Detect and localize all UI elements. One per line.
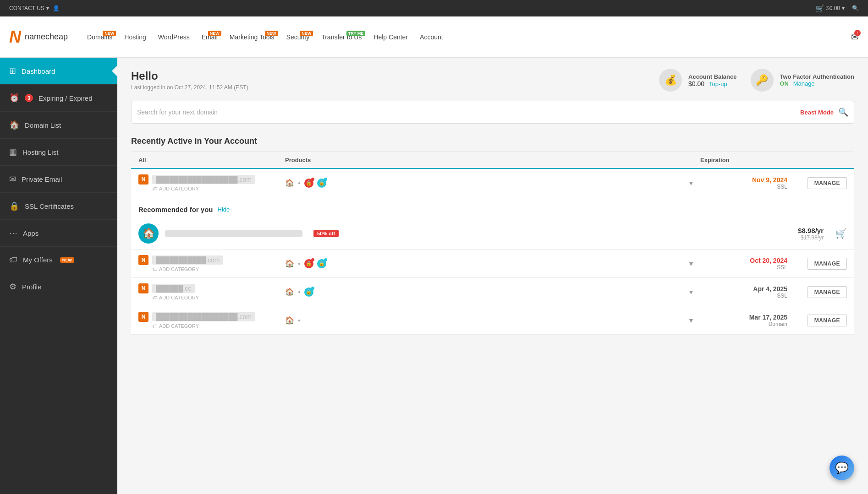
chevron-1[interactable]: ▼ xyxy=(688,179,694,187)
domain-search-input[interactable] xyxy=(137,109,800,116)
sidebar-label-ssl: SSL Certificates xyxy=(25,202,74,210)
nav-wordpress[interactable]: WordPress xyxy=(153,30,195,44)
nav-account-label: Account xyxy=(420,33,443,41)
expiration-date-2: Oct 20, 2024 xyxy=(700,257,787,264)
sidebar-item-expiring[interactable]: ⏰ 3 Expiring / Expired xyxy=(0,85,117,112)
add-category-1[interactable]: 🏷 ADD CATEGORY xyxy=(152,186,285,191)
add-category-2[interactable]: 🏷 ADD CATEGORY xyxy=(152,266,285,272)
cart-dropdown-icon: ▾ xyxy=(842,5,845,11)
cart-add-button[interactable]: 🛒 xyxy=(835,228,847,239)
logo-area[interactable]: N namecheap xyxy=(9,29,68,45)
two-fa-icon: 🔑 xyxy=(751,69,774,92)
nav-security[interactable]: NEW Security xyxy=(281,30,315,44)
namecheap-logo-1: N xyxy=(138,174,148,185)
expiration-col-2: Oct 20, 2024 SSL xyxy=(700,257,792,271)
products-col-2: 🏠 ● 🔒 🔒 xyxy=(285,259,682,268)
hello-section: Hello Last logged in on Oct 27, 2024, 11… xyxy=(131,70,248,91)
hide-link[interactable]: Hide xyxy=(218,206,230,213)
nav-help-center[interactable]: Help Center xyxy=(368,30,413,44)
account-balance-widget: 💰 Account Balance $0.00 Top-up xyxy=(659,69,736,92)
sidebar-item-dashboard[interactable]: ⊞ Dashboard xyxy=(0,58,117,85)
sidebar-item-hosting-list[interactable]: ▦ Hosting List xyxy=(0,139,117,166)
my-offers-icon: 🏷 xyxy=(9,255,17,265)
nav-account[interactable]: Account xyxy=(414,30,449,44)
contact-us-button[interactable]: CONTACT US ▾ xyxy=(9,5,49,11)
action-col-4: MANAGE xyxy=(792,315,847,326)
mail-badge: ! xyxy=(854,30,861,36)
logo-icon: N xyxy=(9,29,21,45)
sidebar-item-ssl-certificates[interactable]: 🔒 SSL Certificates xyxy=(0,193,117,220)
cart-area[interactable]: 🛒 $0.00 ▾ xyxy=(815,4,845,13)
rec-price-area: $8.98/yr $17.98/yr xyxy=(798,227,824,241)
private-email-icon: ✉ xyxy=(9,174,16,184)
namecheap-logo-3: N xyxy=(138,283,148,293)
sidebar-item-domain-list[interactable]: 🏠 Domain List xyxy=(0,112,117,139)
chat-button[interactable]: 💬 xyxy=(830,456,854,480)
manage-button-2[interactable]: MANAGE xyxy=(808,258,847,270)
chevron-col-1: ▼ xyxy=(682,179,700,187)
main-nav: NEW Domains Hosting WordPress NEW Email … xyxy=(82,30,851,44)
recommended-header: Recommended for you Hide xyxy=(131,197,854,218)
sidebar-item-my-offers[interactable]: 🏷 My Offers NEW xyxy=(0,247,117,273)
manage-button-1[interactable]: MANAGE xyxy=(808,177,847,189)
sidebar-label-private-email: Private Email xyxy=(22,175,62,183)
my-offers-new-badge: NEW xyxy=(60,257,74,263)
account-widgets: 💰 Account Balance $0.00 Top-up 🔑 Two Fac… xyxy=(659,69,854,92)
expiration-col-3: Apr 4, 2025 SSL xyxy=(700,285,792,299)
nav-marketing-tools[interactable]: NEW Marketing Tools xyxy=(224,30,280,44)
sidebar-item-apps[interactable]: ⋯ Apps xyxy=(0,220,117,247)
user-icon[interactable]: 👤 xyxy=(53,5,60,11)
apps-icon: ⋯ xyxy=(9,228,17,238)
manage-button-3[interactable]: MANAGE xyxy=(808,286,847,298)
table-row: N ██████.cc 🏷 ADD CATEGORY 🏠 ● 🔒 ▼ xyxy=(131,278,854,306)
beast-mode-link[interactable]: Beast Mode xyxy=(800,109,834,116)
chevron-col-3: ▼ xyxy=(682,288,700,296)
domain-name-4: ██████████████████.com xyxy=(152,312,255,321)
domain-name-1: ██████████████████.com xyxy=(152,175,255,184)
expiration-date-1: Nov 9, 2024 xyxy=(700,176,787,184)
add-category-4[interactable]: 🏷 ADD CATEGORY xyxy=(152,323,285,329)
chevron-4[interactable]: ▼ xyxy=(688,317,694,324)
product-dot-4: ● xyxy=(298,318,301,323)
chevron-3[interactable]: ▼ xyxy=(688,288,694,296)
balance-amount: $0.00 Top-up xyxy=(688,80,736,87)
sidebar-item-private-email[interactable]: ✉ Private Email xyxy=(0,166,117,193)
manage-button-4[interactable]: MANAGE xyxy=(808,315,847,326)
rec-logo: 🏠 xyxy=(138,223,159,244)
two-fa-info: Two Factor Authentication ON Manage xyxy=(780,73,855,87)
add-category-icon-4: 🏷 xyxy=(152,323,157,329)
topup-link[interactable]: Top-up xyxy=(709,81,727,87)
chevron-2[interactable]: ▼ xyxy=(688,260,694,267)
sidebar-item-profile[interactable]: ⚙ Profile xyxy=(0,273,117,300)
nav-security-badge: NEW xyxy=(300,31,313,36)
two-fa-manage-link[interactable]: Manage xyxy=(793,80,815,87)
nav-hosting[interactable]: Hosting xyxy=(119,30,151,44)
nav-help-label: Help Center xyxy=(374,33,408,41)
search-button[interactable]: 🔍 xyxy=(838,107,848,117)
chat-icon: 💬 xyxy=(835,461,849,474)
add-category-3[interactable]: 🏷 ADD CATEGORY xyxy=(152,295,285,300)
nav-domains[interactable]: NEW Domains xyxy=(82,30,118,44)
product-dot-1: ● xyxy=(298,180,301,185)
nav-email[interactable]: NEW Email xyxy=(196,30,223,44)
mail-icon-wrap[interactable]: ✉ ! xyxy=(851,32,859,43)
nav-transfer-badge: TRY ME xyxy=(346,31,366,36)
rec-name-blurred xyxy=(165,230,302,237)
sidebar-label-hosting-list: Hosting List xyxy=(22,148,58,156)
product-home-icon-2: 🏠 xyxy=(285,259,294,268)
balance-icon: 💰 xyxy=(659,69,682,92)
two-fa-label: Two Factor Authentication xyxy=(780,73,855,80)
search-icon[interactable]: 🔍 xyxy=(852,5,859,11)
nav-transfer[interactable]: TRY ME Transfer to Us xyxy=(316,30,367,44)
dashboard-icon: ⊞ xyxy=(9,66,16,76)
main-content: Hello Last logged in on Oct 27, 2024, 11… xyxy=(117,58,868,494)
products-col-4: 🏠 ● xyxy=(285,316,682,325)
ssl-icon-2b: 🔒 xyxy=(317,259,326,268)
domain-name-col-1: N ██████████████████.com 🏷 ADD CATEGORY xyxy=(138,174,285,191)
col-header-all: All xyxy=(138,157,285,163)
logo-text: namecheap xyxy=(25,32,68,42)
domain-name-col-3: N ██████.cc 🏷 ADD CATEGORY xyxy=(138,283,285,300)
chevron-col-4: ▼ xyxy=(682,317,700,324)
expiration-col-1: Nov 9, 2024 SSL xyxy=(700,176,792,190)
product-dot-2: ● xyxy=(298,261,301,266)
